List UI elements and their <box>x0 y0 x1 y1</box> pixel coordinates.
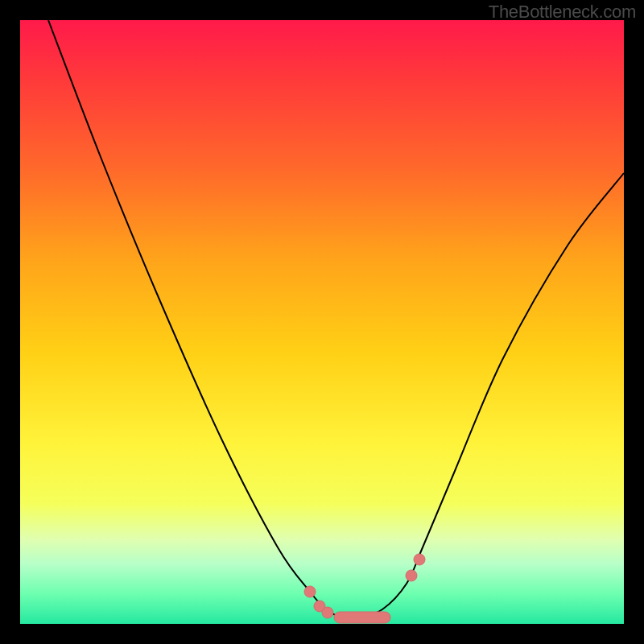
plot-area <box>20 20 624 624</box>
valley-markers <box>304 554 425 623</box>
valley-marker-dot <box>414 554 425 565</box>
curve-svg <box>20 20 624 624</box>
valley-marker-dot <box>304 586 316 597</box>
valley-marker-dot <box>406 570 417 581</box>
curve-path <box>48 20 624 618</box>
valley-marker-dot <box>322 607 333 618</box>
chart-container: TheBottleneck.com <box>0 0 644 644</box>
bottleneck-curve <box>48 20 624 618</box>
valley-flat-segment <box>334 612 390 623</box>
